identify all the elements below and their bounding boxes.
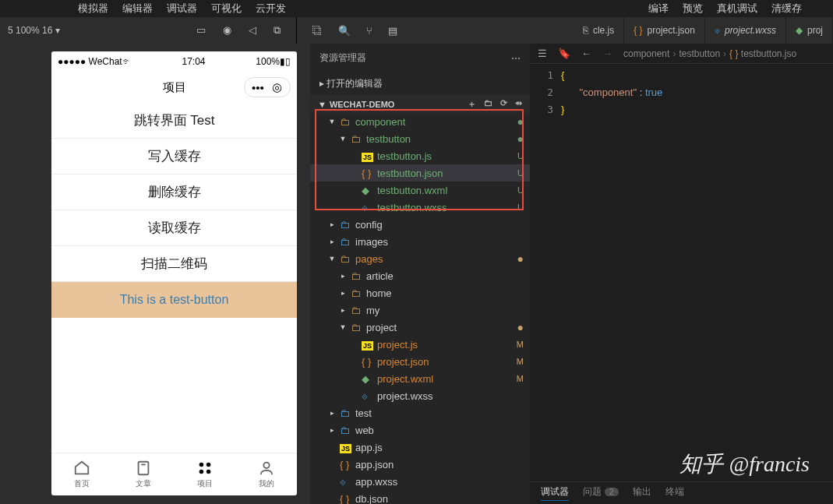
tab-problems[interactable]: 问题2 [583,485,619,501]
sim-item[interactable]: 扫描二维码 [51,246,297,282]
bookmark-icon[interactable]: 🔖 [558,48,570,59]
menu-调试器[interactable]: 调试器 [167,2,197,16]
time-label: 17:04 [182,56,205,67]
tab-debugger[interactable]: 调试器 [541,485,569,501]
tree-item-article[interactable]: ▸🗀article [310,267,530,284]
forward-icon[interactable]: → [602,48,612,59]
zoom-label[interactable]: 5 100% 16 ▾ [0,25,60,36]
svg-point-4 [199,470,203,474]
editor-pane: ☰ 🔖 ← → component›testbutton›{ } testbut… [530,44,833,504]
json-icon: { } [634,25,642,36]
tabbar-item[interactable]: 首页 [73,460,90,489]
sim-item[interactable]: 读取缓存 [51,210,297,246]
copy-icon[interactable]: ⿻ [312,25,323,37]
menu-真机调试[interactable]: 真机调试 [717,2,757,16]
tree-item-images[interactable]: ▸🗀images [310,233,530,250]
tree-item-project.wxml[interactable]: ◆project.wxmlM [310,370,530,387]
tree-item-project[interactable]: ▼🗀project● [310,319,530,336]
menu-编辑器[interactable]: 编辑器 [122,2,153,16]
menu-云开发[interactable]: 云开发 [256,2,286,16]
tree-item-web[interactable]: ▸🗀web [310,421,530,439]
tree-item-testbutton.json[interactable]: { }testbutton.jsonU [310,164,530,182]
branch-icon[interactable]: ⑂ [366,25,372,37]
battery-label: 100% [256,56,280,67]
mute-icon[interactable]: ◁ [249,24,256,37]
tree-item-test[interactable]: ▸🗀test [310,404,530,421]
gutter: 123 [530,64,561,118]
code-area[interactable]: 123 { "component" : true } [530,64,833,118]
explorer-title: 资源管理器 [319,51,366,65]
nav-header: 项目 ••• ◎ [51,72,297,103]
breadcrumb[interactable]: component›testbutton›{ } testbutton.jso [623,48,796,59]
tree-item-testbutton[interactable]: ▼🗀testbutton● [310,130,530,147]
refresh-icon[interactable]: ⟳ [500,98,507,110]
tree-item-component[interactable]: ▼🗀component● [310,113,530,130]
capsule-menu-icon[interactable]: ••• [251,80,265,94]
sim-item[interactable]: 写入缓存 [51,139,297,174]
phone-frame: ●●●●● WeChatᯤ 17:04 100%▮▯ 项目 ••• ◎ 跳转界面… [51,51,297,495]
list-icon[interactable]: ☰ [538,48,547,59]
tab-bar: 首页文章项目我的 [51,453,297,495]
open-editors-section[interactable]: ▸ 打开的编辑器 [310,72,530,95]
record-icon[interactable]: ◉ [223,24,231,37]
toolbar: 5 100% 16 ▾ ▭ ◉ ◁ ⧉ ⿻ 🔍 ⑂ ▤ ⎘cle.js { }p… [0,17,833,44]
tree-item-testbutton.wxss[interactable]: ⟐testbutton.wxssU [310,199,530,216]
tab-proj[interactable]: ◆proj [786,17,833,44]
tree-item-db.json[interactable]: { }db.json [310,490,530,504]
tree-item-app.wxss[interactable]: ⟐app.wxss [310,473,530,490]
battery-icon: ▮▯ [280,56,291,67]
menu-预览[interactable]: 预览 [683,2,703,16]
menu-编译[interactable]: 编译 [648,2,669,16]
tab-terminal[interactable]: 终端 [665,485,684,501]
file-tree: ▼🗀component●▼🗀testbutton●JStestbutton.js… [310,113,530,504]
search-icon[interactable]: 🔍 [338,25,351,37]
tree-item-project.js[interactable]: JSproject.jsM [310,336,530,353]
sim-item[interactable]: 删除缓存 [51,174,297,210]
tree-item-testbutton.js[interactable]: JStestbutton.jsU [310,147,530,164]
menu-模拟器[interactable]: 模拟器 [78,2,108,16]
sim-item[interactable]: 跳转界面 Test [51,103,297,139]
new-folder-icon[interactable]: 🗀 [484,98,492,110]
test-button[interactable]: This is a test-button [51,282,297,318]
collapse-icon[interactable]: ⇴ [515,98,522,110]
tabbar-item[interactable]: 我的 [258,460,275,489]
tree-item-home[interactable]: ▸🗀home [310,284,530,301]
tab-cle[interactable]: ⎘cle.js [574,17,624,44]
back-icon[interactable]: ← [581,48,591,59]
menu-清缓存[interactable]: 清缓存 [771,2,802,16]
tree-item-testbutton.wxml[interactable]: ◆testbutton.wxmlU [310,182,530,199]
more-icon[interactable]: ⋯ [511,53,521,64]
project-root[interactable]: ▼ WECHAT-DEMO ＋ 🗀 ⟳ ⇴ [310,95,530,113]
tree-item-config[interactable]: ▸🗀config [310,216,530,233]
bottom-panel-tabs: 调试器 问题2 输出 终端 [530,481,833,504]
detach-icon[interactable]: ⧉ [274,24,281,37]
tree-item-app.js[interactable]: JSapp.js [310,439,530,456]
menu-可视化[interactable]: 可视化 [211,2,242,16]
device-icon[interactable]: ▭ [196,24,206,37]
top-menu: 模拟器编辑器调试器可视化云开发 编译预览真机调试清缓存 [0,0,833,17]
layout-icon[interactable]: ▤ [388,25,397,37]
svg-point-6 [263,463,269,468]
new-file-icon[interactable]: ＋ [468,98,476,110]
wxss-icon: ⟐ [715,25,720,36]
page-title: 项目 [163,80,186,95]
svg-point-3 [206,463,211,467]
tab-output[interactable]: 输出 [633,485,651,501]
tabbar-item[interactable]: 项目 [196,460,214,489]
status-bar: ●●●●● WeChatᯤ 17:04 100%▮▯ [51,51,297,72]
tab-project-json[interactable]: { }project.json [624,17,705,44]
tree-item-project.json[interactable]: { }project.jsonM [310,353,530,370]
carrier-label: ●●●●● WeChat [58,56,122,67]
svg-rect-0 [139,462,149,475]
tree-item-my[interactable]: ▸🗀my [310,301,530,319]
wxml-icon: ◆ [796,25,803,36]
explorer-pane: 资源管理器 ⋯ ▸ 打开的编辑器 ▼ WECHAT-DEMO ＋ 🗀 ⟳ ⇴ ▼… [310,44,530,504]
import-icon: ⎘ [583,25,588,36]
tab-project-wxss[interactable]: ⟐project.wxss [705,17,786,44]
simulator-pane: ●●●●● WeChatᯤ 17:04 100%▮▯ 项目 ••• ◎ 跳转界面… [0,44,310,504]
tabbar-item[interactable]: 文章 [135,460,152,489]
tree-item-pages[interactable]: ▼🗀pages● [310,250,530,267]
tree-item-project.wxss[interactable]: ⟐project.wxss [310,387,530,404]
tree-item-app.json[interactable]: { }app.json [310,456,530,473]
capsule-close-icon[interactable]: ◎ [270,80,284,94]
